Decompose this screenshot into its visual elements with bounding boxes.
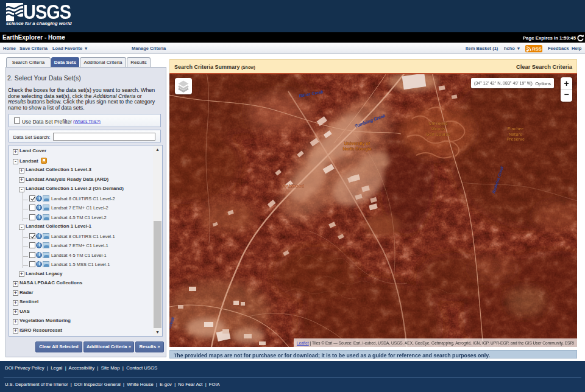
svg-text:University of: University of xyxy=(344,141,370,146)
svg-text:Chicopee: Chicopee xyxy=(428,121,448,126)
svg-text:Woods: Woods xyxy=(431,127,445,131)
svg-text:Leaflet | Tiles © Esri — Sourc: Leaflet | Tiles © Esri — Source: Esri, i… xyxy=(297,340,574,346)
svg-text:Preserve: Preserve xyxy=(506,137,525,141)
svg-text:North Georgia: North Georgia xyxy=(342,147,371,152)
svg-text:Nature: Nature xyxy=(509,132,522,136)
svg-text:Elachee: Elachee xyxy=(508,127,524,131)
svg-text:Golf Course: Golf Course xyxy=(426,132,450,136)
svg-text:Oakwood: Oakwood xyxy=(282,183,304,189)
svg-text:RSS: RSS xyxy=(532,46,541,52)
